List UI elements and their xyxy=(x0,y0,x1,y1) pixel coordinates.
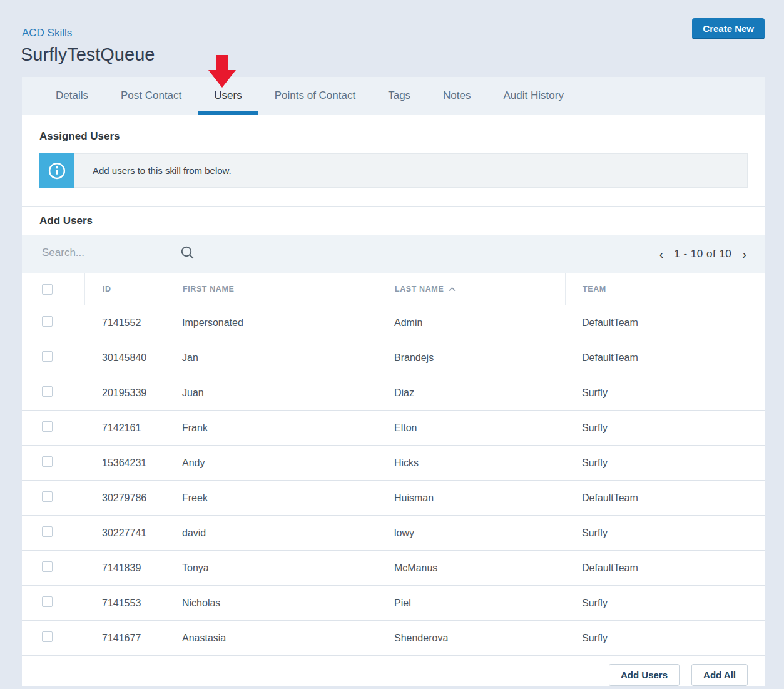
cell-first-name: david xyxy=(166,528,379,539)
row-checkbox-cell xyxy=(22,316,84,329)
row-checkbox[interactable] xyxy=(42,526,53,537)
page-title: SurflyTestQueue xyxy=(21,44,155,65)
cell-first-name: Freek xyxy=(166,493,379,504)
add-users-heading: Add Users xyxy=(22,207,765,235)
tab-bar: DetailsPost ContactUsersPoints of Contac… xyxy=(22,77,765,115)
cell-last-name: Shenderova xyxy=(379,633,565,644)
breadcrumb-acd-skills[interactable]: ACD Skills xyxy=(22,27,72,39)
pagination: ‹ 1 - 10 of 10 › xyxy=(658,248,748,260)
row-checkbox[interactable] xyxy=(42,491,53,502)
select-all-checkbox[interactable] xyxy=(42,284,53,295)
cell-team: Surfly xyxy=(565,457,765,469)
tab-post-contact[interactable]: Post Contact xyxy=(104,77,198,115)
table-row: 7141677AnastasiaShenderovaSurfly xyxy=(22,620,765,655)
column-header-first-name[interactable]: FIRST NAME xyxy=(166,273,379,305)
row-checkbox[interactable] xyxy=(42,351,53,362)
cell-id: 7142161 xyxy=(84,422,166,434)
table-body: 7141552ImpersonatedAdminDefaultTeam30145… xyxy=(22,305,765,655)
table-row: 30145840JanBrandejsDefaultTeam xyxy=(22,340,765,375)
row-checkbox[interactable] xyxy=(42,456,53,467)
cell-first-name: Frank xyxy=(166,422,379,434)
column-header-team[interactable]: TEAM xyxy=(565,273,765,305)
cell-last-name: Huisman xyxy=(379,493,565,504)
row-checkbox[interactable] xyxy=(42,631,53,642)
row-checkbox-cell xyxy=(22,351,84,364)
table-footer: Add Users Add All xyxy=(22,655,765,689)
cell-team: DefaultTeam xyxy=(565,352,765,364)
cell-team: DefaultTeam xyxy=(565,317,765,329)
cell-id: 15364231 xyxy=(84,457,166,469)
row-checkbox-cell xyxy=(22,491,84,504)
search-pagination-band: ‹ 1 - 10 of 10 › xyxy=(22,235,765,273)
cell-last-name: Diaz xyxy=(379,387,565,399)
pagination-prev-icon[interactable]: ‹ xyxy=(658,248,665,260)
create-new-button[interactable]: Create New xyxy=(692,18,765,39)
table-row: 7141552ImpersonatedAdminDefaultTeam xyxy=(22,305,765,340)
cell-first-name: Juan xyxy=(166,387,379,399)
cell-team: Surfly xyxy=(565,598,765,609)
row-checkbox[interactable] xyxy=(42,386,53,397)
search-field-wrap xyxy=(41,243,197,265)
cell-last-name: Admin xyxy=(379,317,565,329)
cell-id: 7141677 xyxy=(84,633,166,644)
cell-first-name: Jan xyxy=(166,352,379,364)
cell-first-name: Nicholas xyxy=(166,598,379,609)
select-all-cell xyxy=(22,273,84,305)
info-banner-message: Add users to this skill from below. xyxy=(74,153,748,188)
cell-team: Surfly xyxy=(565,528,765,539)
cell-first-name: Impersonated xyxy=(166,317,379,329)
info-banner: Add users to this skill from below. xyxy=(39,153,748,188)
cell-id: 7141552 xyxy=(84,317,166,329)
cell-last-name: lowy xyxy=(379,528,565,539)
cell-last-name: McManus xyxy=(379,563,565,574)
cell-team: Surfly xyxy=(565,387,765,399)
table-row: 15364231AndyHicksSurfly xyxy=(22,445,765,480)
row-checkbox-cell xyxy=(22,526,84,539)
cell-id: 30279786 xyxy=(84,493,166,504)
tab-tags[interactable]: Tags xyxy=(372,77,427,115)
pagination-range: 1 - 10 of 10 xyxy=(674,248,731,260)
cell-first-name: Andy xyxy=(166,457,379,469)
cell-last-name: Piel xyxy=(379,598,565,609)
tab-points-of-contact[interactable]: Points of Contact xyxy=(258,77,372,115)
info-icon xyxy=(39,153,74,188)
row-checkbox[interactable] xyxy=(42,421,53,432)
table-row: 30279786FreekHuismanDefaultTeam xyxy=(22,480,765,515)
cell-team: DefaultTeam xyxy=(565,493,765,504)
cell-id: 20195339 xyxy=(84,387,166,399)
row-checkbox[interactable] xyxy=(42,316,53,327)
sort-ascending-icon xyxy=(449,287,456,292)
cell-id: 7141553 xyxy=(84,598,166,609)
search-input[interactable] xyxy=(41,243,197,265)
pagination-next-icon[interactable]: › xyxy=(741,248,748,260)
row-checkbox-cell xyxy=(22,596,84,610)
cell-last-name: Brandejs xyxy=(379,352,565,364)
red-arrow-annotation xyxy=(208,55,236,88)
table-row: 20195339JuanDiazSurfly xyxy=(22,375,765,410)
cell-team: Surfly xyxy=(565,422,765,434)
table-row: 30227741davidlowySurfly xyxy=(22,515,765,550)
cell-last-name: Elton xyxy=(379,422,565,434)
row-checkbox-cell xyxy=(22,421,84,434)
table-row: 7142161FrankEltonSurfly xyxy=(22,410,765,445)
table-header-row: ID FIRST NAME LAST NAME TEAM xyxy=(22,273,765,305)
column-header-id[interactable]: ID xyxy=(84,273,166,305)
tab-audit-history[interactable]: Audit History xyxy=(487,77,580,115)
add-all-button[interactable]: Add All xyxy=(691,664,748,686)
search-icon[interactable] xyxy=(180,245,196,263)
row-checkbox[interactable] xyxy=(42,561,53,572)
cell-first-name: Tonya xyxy=(166,563,379,574)
tab-details[interactable]: Details xyxy=(39,77,104,115)
add-users-button[interactable]: Add Users xyxy=(609,664,680,686)
row-checkbox-cell xyxy=(22,386,84,399)
row-checkbox-cell xyxy=(22,561,84,574)
table-row: 7141839TonyaMcManusDefaultTeam xyxy=(22,550,765,585)
table-row: 7141553NicholasPielSurfly xyxy=(22,585,765,620)
cell-last-name: Hicks xyxy=(379,457,565,469)
skill-detail-card: DetailsPost ContactUsersPoints of Contac… xyxy=(22,77,765,686)
tab-notes[interactable]: Notes xyxy=(427,77,487,115)
row-checkbox-cell xyxy=(22,456,84,469)
column-header-last-name[interactable]: LAST NAME xyxy=(379,273,565,305)
cell-first-name: Anastasia xyxy=(166,633,379,644)
row-checkbox[interactable] xyxy=(42,596,53,607)
